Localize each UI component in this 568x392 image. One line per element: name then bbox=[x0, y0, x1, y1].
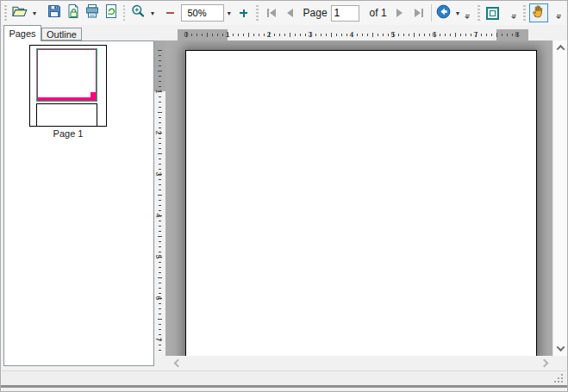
chevron-down-icon: ▾ bbox=[151, 9, 154, 17]
last-page-button[interactable] bbox=[409, 3, 428, 22]
refresh-page-icon bbox=[103, 3, 119, 22]
toolbar-grip[interactable] bbox=[477, 5, 480, 21]
ruler-number: 2 bbox=[266, 30, 271, 40]
horizontal-ruler: 0 1 2 3 4 5 6 7 8 bbox=[178, 29, 528, 40]
chevron-left-icon bbox=[174, 358, 183, 367]
scroll-down-button[interactable] bbox=[553, 341, 568, 356]
back-circle-icon bbox=[436, 4, 451, 22]
vertical-scrollbar[interactable] bbox=[552, 40, 567, 356]
thumbnail-caption: Page 1 bbox=[29, 128, 107, 139]
save-button[interactable] bbox=[45, 3, 64, 22]
ruler-number: 8 bbox=[515, 30, 519, 40]
chevron-down-icon: ▾ bbox=[33, 9, 36, 17]
overflow-arrow-icon bbox=[511, 16, 516, 19]
page-count-label: of 1 bbox=[370, 7, 387, 19]
refresh-button[interactable] bbox=[102, 3, 121, 22]
thumbnail-report-region bbox=[36, 48, 97, 102]
ruler-number: 4 bbox=[349, 30, 353, 40]
print-button[interactable] bbox=[83, 3, 102, 22]
zoom-combobox[interactable]: 50% bbox=[181, 4, 223, 22]
page-thumbnail[interactable] bbox=[29, 45, 107, 127]
thumbnail-region-handle bbox=[91, 92, 97, 98]
page-lock-icon bbox=[66, 3, 81, 22]
first-page-button[interactable] bbox=[262, 3, 281, 22]
ruler-number: 7 bbox=[154, 337, 162, 341]
page-border-button[interactable] bbox=[484, 3, 502, 22]
ruler-number: 4 bbox=[154, 213, 162, 217]
preview-canvas[interactable] bbox=[165, 40, 552, 356]
pan-button[interactable] bbox=[529, 3, 548, 22]
horizontal-scrollbar[interactable] bbox=[165, 356, 567, 370]
ruler-number: 0 bbox=[184, 30, 188, 40]
hand-pan-icon bbox=[531, 3, 546, 22]
first-page-icon bbox=[267, 9, 276, 17]
previous-page-icon bbox=[287, 9, 293, 17]
printer-icon bbox=[84, 3, 100, 22]
ruler-number: 5 bbox=[390, 30, 395, 40]
zoom-in-button[interactable] bbox=[234, 3, 253, 22]
ruler-number: 7 bbox=[473, 30, 477, 40]
thumbnail-footer-region bbox=[36, 103, 97, 127]
toolbar-grip[interactable] bbox=[256, 5, 259, 21]
ruler-number: 6 bbox=[154, 296, 162, 300]
next-page-button[interactable] bbox=[390, 3, 409, 22]
thumbnail-region-bottom-bar bbox=[37, 97, 97, 101]
report-preview-window: ▾ bbox=[0, 0, 568, 392]
page-label: Page bbox=[303, 7, 328, 19]
ruler-number: 3 bbox=[154, 171, 162, 176]
ruler-number: 5 bbox=[154, 254, 162, 258]
toolbar-separator bbox=[431, 4, 432, 22]
page-number-input[interactable] bbox=[331, 5, 359, 22]
window-bottom-edge bbox=[1, 385, 567, 388]
overflow-line bbox=[465, 15, 470, 16]
previous-page-button[interactable] bbox=[281, 3, 300, 22]
toolbar: ▾ bbox=[2, 1, 566, 25]
tab-outline[interactable]: Outline bbox=[41, 28, 82, 40]
ruler-number: 1 bbox=[154, 89, 162, 93]
chevron-right-icon bbox=[540, 358, 549, 367]
open-folder-icon bbox=[11, 3, 28, 22]
ruler-ticks bbox=[186, 33, 522, 37]
back-button[interactable] bbox=[434, 3, 453, 22]
status-bar bbox=[2, 370, 566, 385]
chevron-down-icon bbox=[557, 343, 565, 352]
scroll-up-button[interactable] bbox=[553, 40, 568, 55]
page-setup-button[interactable] bbox=[64, 3, 83, 22]
zoom-out-button[interactable] bbox=[160, 3, 179, 22]
chevron-down-icon: ▾ bbox=[228, 9, 231, 17]
toolbar-overflow-button[interactable] bbox=[554, 15, 564, 19]
ruler-number: 3 bbox=[308, 30, 312, 40]
open-dropdown-button[interactable]: ▾ bbox=[30, 3, 40, 22]
next-page-icon bbox=[396, 9, 403, 17]
toolbar-grip[interactable] bbox=[123, 5, 126, 21]
plus-icon bbox=[240, 9, 247, 17]
open-button[interactable] bbox=[10, 3, 30, 22]
minus-icon bbox=[166, 12, 174, 14]
toolbar-overflow-button[interactable] bbox=[509, 15, 519, 19]
back-dropdown-button[interactable]: ▾ bbox=[453, 3, 463, 22]
toolbar-grip[interactable] bbox=[4, 5, 7, 21]
preview-page[interactable] bbox=[185, 50, 537, 356]
overflow-line bbox=[557, 15, 561, 16]
zoom-combobox-dropdown-button[interactable]: ▾ bbox=[224, 3, 234, 22]
floppy-disk-icon bbox=[47, 3, 62, 22]
thumbnail-region-inner-border bbox=[37, 49, 97, 101]
zoom-value: 50% bbox=[187, 8, 206, 18]
single-page-view-icon bbox=[486, 7, 499, 20]
toolbar-overflow-button[interactable] bbox=[463, 15, 472, 19]
scroll-left-button[interactable] bbox=[171, 356, 185, 370]
scroll-right-button[interactable] bbox=[537, 356, 552, 370]
chevron-down-icon: ▾ bbox=[456, 9, 459, 17]
toolbar-grip[interactable] bbox=[523, 5, 526, 21]
overflow-arrow-icon bbox=[556, 16, 561, 19]
ruler-number: 1 bbox=[225, 30, 229, 40]
resize-grip[interactable] bbox=[554, 381, 556, 383]
vertical-ruler: 1 2 3 4 5 6 7 bbox=[154, 40, 165, 356]
magnifier-icon bbox=[130, 3, 147, 22]
zoom-tool-button[interactable] bbox=[128, 3, 147, 22]
tab-pages[interactable]: Pages bbox=[3, 25, 41, 41]
ruler-number: 6 bbox=[432, 30, 436, 40]
zoom-tool-dropdown-button[interactable]: ▾ bbox=[147, 3, 157, 22]
last-page-icon bbox=[415, 9, 423, 17]
chevron-up-icon bbox=[557, 45, 565, 53]
